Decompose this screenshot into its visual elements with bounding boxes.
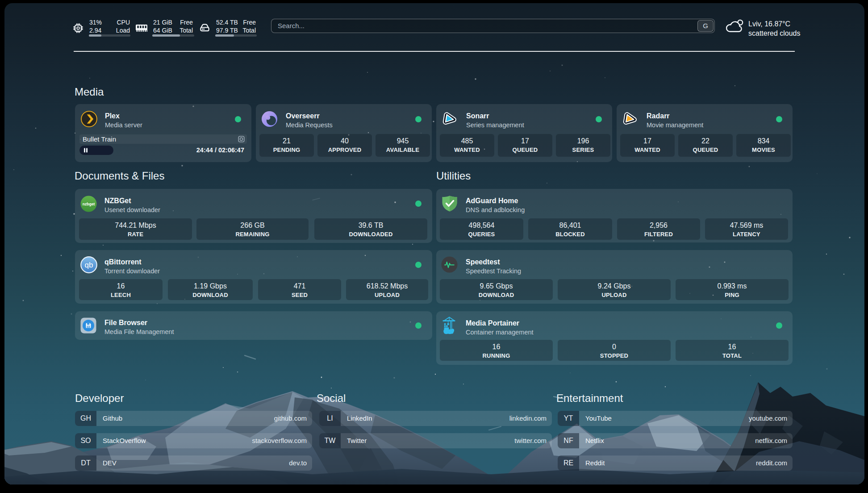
svg-text:qb: qb	[85, 261, 93, 269]
svg-text:nzbget: nzbget	[83, 202, 95, 206]
